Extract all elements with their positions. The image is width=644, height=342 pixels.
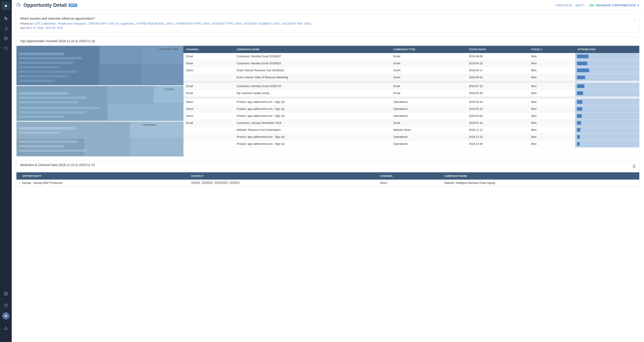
group-separator <box>184 81 639 83</box>
filter-account-type-link[interactable]: ACCOUNT TYPE: (ANY) <box>212 22 242 25</box>
svg-rect-38 <box>19 101 78 103</box>
attr-col-contact: CONTACT <box>188 172 378 180</box>
svg-rect-23 <box>19 57 82 59</box>
cell-channel <box>184 134 234 140</box>
filter-more-icon[interactable]: ⋮ <box>632 17 636 22</box>
table-row: Email Customers: January Newsletter 2019… <box>184 120 639 126</box>
cell-attribution <box>575 53 639 60</box>
svg-point-7 <box>5 38 6 39</box>
svg-rect-37 <box>19 96 86 99</box>
cell-stage: Won <box>528 106 575 112</box>
svg-point-14 <box>17 3 20 6</box>
revenue-contribution-button[interactable]: $$$ REVENUE CONTRIBUTION ∨ <box>590 4 640 7</box>
attribution-menu-icon[interactable]: ☰ <box>632 164 636 168</box>
dollar-icon: $$$ <box>590 4 594 7</box>
svg-rect-49 <box>19 127 75 130</box>
cell-touch-date: 2019-03-04 <box>466 112 528 120</box>
cell-touch-date: 2018-11-01 <box>466 134 528 140</box>
attr-col-channel: CHANNEL <box>377 172 442 180</box>
sidebar-item-circle[interactable] <box>2 34 10 42</box>
filter-date-range-link[interactable]: NOV 22, 2018 - NOV 22, 2019 <box>26 26 63 30</box>
cell-channel: Direct <box>184 106 234 112</box>
attribution-bar <box>577 91 583 95</box>
svg-line-15 <box>20 6 20 6</box>
attribution-bar <box>577 121 581 125</box>
attribution-bar <box>577 135 580 139</box>
sidebar-collapse-btn[interactable]: › <box>2 335 10 340</box>
col-stage[interactable]: STAGE <box>528 46 575 53</box>
cell-attribution <box>575 67 639 74</box>
filter-attribution-type-link[interactable]: ATTRIBUTION TYPE: (ANY) <box>175 22 210 25</box>
cell-campaign-type: Email <box>391 83 466 90</box>
svg-rect-19 <box>100 65 140 84</box>
svg-line-9 <box>6 49 7 50</box>
chevron-left-icon: ‹ <box>554 4 555 7</box>
attr-opportunity: 1NetApp - NetApp MDF Production <box>16 180 188 186</box>
header-search-icon[interactable] <box>16 2 21 8</box>
col-campaign-type: CAMPAIGN TYPE <box>391 46 466 53</box>
cell-touch-date: 2019-08-09 <box>466 53 528 60</box>
cell-channel: Email <box>184 120 234 126</box>
over-label: over <box>20 26 26 30</box>
svg-rect-33 <box>108 104 153 120</box>
cell-campaign-type: Operational <box>391 112 466 120</box>
cell-stage: Won <box>528 60 575 67</box>
opportunity-table: CHANNEL CAMPAIGN NAME CAMPAIGN TYPE TOUC… <box>184 46 639 148</box>
cell-campaign-type: Email <box>391 53 466 60</box>
table-row: Direct Product: app.calibermind.com - Si… <box>184 112 639 120</box>
filter-account-tier-link[interactable]: ACCOUNT TIER: (ANY) <box>282 22 312 25</box>
sidebar-item-list[interactable] <box>2 24 10 32</box>
cell-attribution <box>575 83 639 90</box>
svg-rect-32 <box>108 86 153 103</box>
svg-rect-28 <box>19 80 55 82</box>
cell-campaign-type: Event <box>391 74 466 81</box>
table-row: Direct Product: app.calibermind.com - Si… <box>184 106 639 112</box>
filter-list-link[interactable]: LIST: CaliberMind - People and Companies <box>34 22 86 25</box>
cell-campaign-name: My customer loyalty survey <box>234 90 391 97</box>
svg-rect-24 <box>19 62 73 64</box>
sidebar-item-settings[interactable] <box>2 290 10 298</box>
sidebar-item-trending[interactable] <box>2 14 10 22</box>
attribution-bar <box>577 128 580 132</box>
svg-rect-21 <box>141 65 183 84</box>
svg-rect-22 <box>19 52 64 55</box>
previous-button[interactable]: ‹ PREVIOUS <box>554 4 572 7</box>
cell-stage: Won <box>528 74 575 81</box>
cell-attribution <box>575 134 639 140</box>
filter-opp-list-link[interactable]: OPPORTUNITY LIST: cm_opportunity <box>88 22 134 25</box>
filter-attribution-model-link[interactable]: ATTRIBUTION MODEL: (ANY) <box>136 22 173 25</box>
cell-stage: Won <box>528 112 575 120</box>
cell-campaign-type: Event <box>391 67 466 74</box>
cell-campaign-name: Product: app.calibermind.com - Sign Up <box>234 140 391 148</box>
group-separator <box>184 97 639 98</box>
treemap-svg[interactable]: ∨ Fullcontact 2018 <box>16 46 184 156</box>
sidebar-item-export[interactable] <box>2 324 10 332</box>
cell-channel: Email <box>184 83 234 90</box>
svg-point-6 <box>4 37 8 40</box>
cell-touch-date: 2018-11-11 <box>466 126 528 134</box>
cell-attribution <box>575 126 639 134</box>
cell-stage: Won <box>528 90 575 97</box>
svg-text:∨ Implan: ∨ Implan <box>164 88 174 90</box>
next-button[interactable]: NEXT › <box>576 4 586 7</box>
cell-campaign-name: Customers: Monthly Email 20190523 <box>234 60 391 67</box>
cell-touch-date: 2019-05-23 <box>466 60 528 67</box>
svg-text:∨ WorkWave: ∨ WorkWave <box>142 124 156 126</box>
cell-stage: Won <box>528 134 575 140</box>
cell-campaign-type: Email <box>391 90 466 97</box>
attr-col-campaign-name: CAMPAIGN NAME <box>442 172 639 180</box>
svg-rect-46 <box>85 138 130 156</box>
svg-text:∨ Fullcontact 2018: ∨ Fullcontact 2018 <box>158 48 178 50</box>
sidebar-item-help[interactable] <box>2 302 10 310</box>
svg-rect-47 <box>130 122 183 138</box>
user-avatar[interactable]: M <box>2 312 10 320</box>
attribution-bar <box>577 54 588 58</box>
attr-channel: Direct <box>377 180 442 186</box>
cell-campaign-type: Operational <box>391 98 466 106</box>
filter-account-segment-link[interactable]: ACCOUNT SEGMENT: (ANY) <box>244 22 280 25</box>
sidebar-item-search[interactable] <box>2 44 10 52</box>
app-logo[interactable]: ■ <box>2 2 10 10</box>
col-campaign-name: CAMPAIGN NAME <box>234 46 391 53</box>
cell-attribution <box>575 120 639 126</box>
attribution-bar <box>577 107 582 111</box>
